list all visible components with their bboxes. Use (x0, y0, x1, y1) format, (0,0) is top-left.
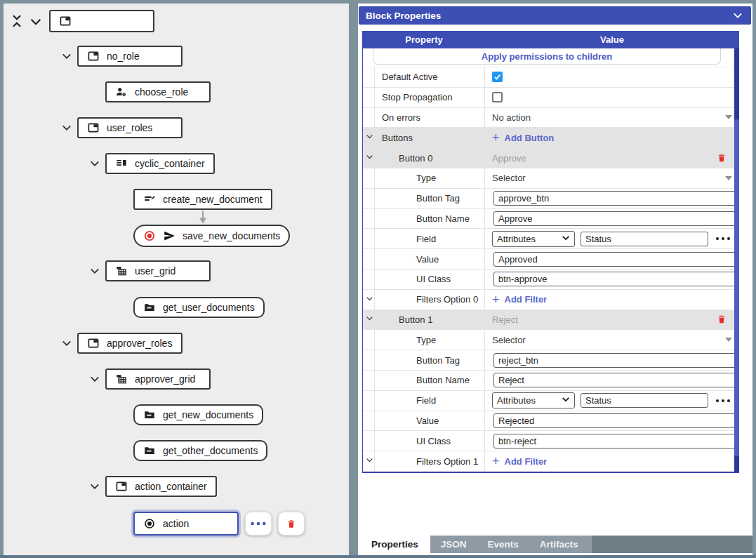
tab-icon (87, 337, 100, 350)
row-expand-chevron-icon[interactable] (363, 314, 374, 325)
more-options-button[interactable] (245, 512, 272, 536)
tree-node-label: save_new_documents (183, 230, 280, 241)
property-row: Value (363, 411, 739, 432)
field-source-select[interactable]: Attributes (492, 392, 575, 408)
property-label: UI Class (375, 270, 485, 289)
add-link-label: Add Filter (505, 294, 548, 305)
tree-expand-chevron-icon[interactable] (88, 480, 101, 493)
tree-node-approver_roles[interactable]: approver_roles (77, 333, 183, 354)
tab-events[interactable]: Events (477, 536, 529, 553)
tab-json[interactable]: JSON (430, 536, 477, 553)
table-scrollbar-thumb[interactable] (734, 119, 739, 456)
tree-expand-chevron-icon[interactable] (88, 265, 101, 277)
value-input[interactable] (493, 211, 736, 226)
tree-node-user_roles[interactable]: user_roles (77, 117, 183, 138)
tree-node-cyclic_container[interactable]: cyclic_container (105, 153, 215, 174)
row-expand-chevron-icon[interactable] (363, 132, 374, 143)
tree-node-user_grid[interactable]: user_grid (105, 260, 211, 281)
dropdown-arrow-icon[interactable] (725, 115, 732, 119)
collapse-all-icon[interactable] (9, 13, 25, 29)
row-gutter (363, 431, 375, 451)
block-properties-header: Block Properties (359, 6, 751, 25)
property-row: FieldAttributes (363, 391, 739, 411)
tab-icon (59, 15, 72, 27)
tree-node-get_user_documents[interactable]: get_user_documents (133, 297, 265, 318)
tree-node-approver_grid[interactable]: approver_grid (105, 368, 211, 390)
field-more-options-icon[interactable] (715, 399, 731, 403)
dropdown-arrow-icon[interactable] (725, 338, 732, 342)
tree-node-get_new_documents[interactable]: get_new_documents (133, 404, 263, 425)
group-value-text: Reject (492, 314, 518, 325)
tree-node-save_new_documents[interactable]: save_new_documents (133, 225, 290, 247)
add-filter-link[interactable]: +Add Filter (492, 293, 547, 306)
tree-node-action_container[interactable]: action_container (105, 476, 217, 497)
delete-button-icon[interactable] (717, 314, 727, 326)
root-expand-chevron-icon[interactable] (28, 14, 44, 29)
checkbox-unchecked[interactable] (492, 92, 503, 102)
tree-node-no_role[interactable]: no_role (77, 46, 183, 67)
row-expand-chevron-icon[interactable] (363, 152, 374, 164)
value-input[interactable] (493, 413, 736, 428)
property-label: Stop Propagation (375, 88, 485, 107)
column-header-value: Value (485, 34, 739, 45)
tree-node-action[interactable]: action (133, 512, 239, 536)
tab-properties[interactable]: Properties (359, 536, 430, 553)
tree-node-label: create_new_document (163, 194, 263, 205)
tree-node-get_other_documents[interactable]: get_other_documents (133, 440, 267, 461)
add-button-link[interactable]: +Add Button (492, 131, 554, 144)
tree-node-label: choose_role (135, 86, 188, 98)
field-name-input[interactable] (581, 232, 708, 246)
field-more-options-icon[interactable] (715, 237, 731, 241)
field-name-input[interactable] (581, 393, 708, 408)
tree-expand-chevron-icon[interactable] (88, 157, 101, 170)
property-label: Type (375, 168, 485, 188)
tree-node-root[interactable] (49, 10, 154, 32)
select-chevron-icon (562, 395, 570, 406)
value-input[interactable] (493, 434, 736, 449)
property-label: Button 1 (375, 310, 485, 330)
tree-node-label: approver_grid (135, 373, 195, 385)
tree-expand-chevron-icon[interactable] (88, 373, 101, 385)
value-input[interactable] (493, 353, 736, 368)
add-filter-link[interactable]: +Add Filter (492, 455, 547, 467)
tree-node-create_new_document[interactable]: create_new_document (133, 189, 272, 210)
property-value-cell: +Add Filter (485, 451, 739, 471)
property-row: Filters Option 0+Add Filter (363, 290, 739, 310)
tree-expand-chevron-icon[interactable] (60, 337, 73, 350)
property-value-cell: +Add Filter (485, 290, 739, 310)
dropdown-value[interactable]: Selector (492, 335, 526, 345)
tree-row: cyclic_container (105, 153, 215, 174)
property-label: Value (375, 249, 485, 269)
property-label: Field (375, 391, 485, 411)
tree-expand-chevron-icon[interactable] (60, 50, 73, 62)
row-expand-chevron-icon[interactable] (363, 456, 374, 467)
dropdown-value[interactable]: Selector (492, 173, 526, 183)
tree-node-choose_role[interactable]: choose_role (105, 81, 211, 102)
tab-icon (87, 50, 100, 62)
tree-row: get_new_documents (133, 404, 263, 425)
property-value-cell (485, 249, 739, 269)
tree-node-label: user_grid (135, 265, 175, 277)
property-value-cell (485, 189, 739, 208)
delete-button-icon[interactable] (717, 152, 727, 164)
panel-collapse-chevron-icon[interactable] (731, 9, 744, 22)
tree-expand-chevron-icon[interactable] (60, 121, 73, 134)
delete-node-button[interactable] (278, 512, 305, 536)
dropdown-value[interactable]: No action (492, 112, 531, 123)
checkbox-checked[interactable] (492, 72, 503, 82)
row-expand-chevron-icon[interactable] (363, 294, 374, 305)
tree-node-label: user_roles (107, 122, 152, 133)
property-value-cell: No action (485, 108, 739, 128)
value-input[interactable] (493, 373, 736, 387)
property-row: Stop Propagation (363, 88, 739, 108)
apply-permissions-button[interactable]: Apply permissions to children (373, 48, 721, 65)
property-row: On errorsNo action (363, 108, 739, 128)
value-input[interactable] (493, 191, 736, 206)
value-input[interactable] (493, 272, 736, 286)
value-input[interactable] (493, 252, 736, 267)
dropdown-arrow-icon[interactable] (725, 176, 732, 180)
tab-artifacts[interactable]: Artifacts (529, 536, 589, 553)
property-row: Button Tag (363, 350, 739, 371)
field-source-select[interactable]: Attributes (492, 231, 575, 247)
apply-permissions-label: Apply permissions to children (482, 51, 612, 62)
